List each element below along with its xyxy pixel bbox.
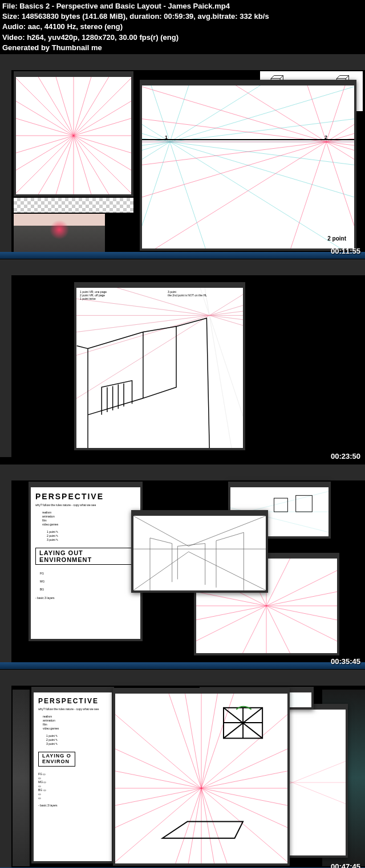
perspective-lines-icon xyxy=(142,85,354,248)
canvas xyxy=(133,516,266,590)
reference-photo xyxy=(14,214,105,254)
street-sketch xyxy=(133,516,266,590)
heading-laying-out: LAYING OUT ENVIRONMENT xyxy=(35,548,136,565)
app-menubar xyxy=(0,259,365,275)
svg-line-29 xyxy=(270,85,354,248)
video-line: Video: h264, yuv420p, 1280x720, 30.00 fp… xyxy=(2,32,363,43)
app-menubar xyxy=(0,464,365,480)
note-reasons: realism animation film video games xyxy=(42,511,136,527)
canvas: 1 point VR; one page 2 point VR; off pag… xyxy=(76,288,243,448)
thumbnail-frame: 1 2 2 point 00:11:55 xyxy=(0,54,365,259)
svg-line-25 xyxy=(142,85,354,209)
note-points: 1 point ✎ 2 point ✎ 3 point ✎ xyxy=(47,530,136,542)
note-reasons: realism animation film video games xyxy=(43,715,107,731)
heading-perspective: PERSPECTIVE xyxy=(35,492,136,501)
vp-label: 1 xyxy=(165,135,168,140)
generator-line: Generated by Thumbnail me xyxy=(2,43,363,53)
heading-laying-out: LAYING OENVIRON xyxy=(38,752,75,767)
hint-text: 1 point VR; one page 2 point VR; off pag… xyxy=(80,290,107,300)
document-window xyxy=(279,704,348,858)
timestamp: 00:47:45 xyxy=(331,862,360,868)
note-points: 1 point ✎ 2 point ✎ 3 point ✎ xyxy=(46,734,107,746)
os-taskbar xyxy=(0,252,365,259)
thumbnail-frame: PERSPECTIVE why? follow the rules nature… xyxy=(0,464,365,670)
vp-label: 2 xyxy=(325,135,327,140)
thumbnail-frame: 1 point VR; one page 2 point VR; off pag… xyxy=(0,259,365,464)
document-window xyxy=(131,510,268,593)
app-toolbar xyxy=(0,275,11,457)
notes-window: PERSPECTIVE why? follow the rules nature… xyxy=(29,482,143,641)
note-basic-layers: - basic 3 layers xyxy=(35,596,136,600)
perspective-lines-icon xyxy=(16,77,131,194)
canvas xyxy=(16,77,131,194)
canvas xyxy=(115,694,287,863)
timestamp: 00:11:55 xyxy=(331,247,360,255)
timestamp: 00:35:45 xyxy=(331,657,360,666)
canvas: 1 2 2 point xyxy=(142,85,354,248)
thumbnail-frame: PERSPECTIVE why? follow the rules nature… xyxy=(0,670,365,868)
heading-perspective: PERSPECTIVE xyxy=(38,697,107,705)
label-2point: 2 point xyxy=(327,235,346,242)
size-line: Size: 148563830 bytes (141.68 MiB), dura… xyxy=(2,11,363,22)
app-menubar xyxy=(0,670,365,686)
notes-canvas: PERSPECTIVE why? follow the rules nature… xyxy=(31,487,140,639)
canvas xyxy=(282,710,346,855)
svg-line-26 xyxy=(142,85,354,248)
svg-rect-51 xyxy=(274,498,287,512)
document-window: 1 2 2 point xyxy=(140,80,356,251)
file-line: File: Basics 2 - Perspective and Basic L… xyxy=(2,1,363,11)
svg-line-27 xyxy=(142,85,354,248)
audio-line: Audio: aac, 44100 Hz, stereo (eng) xyxy=(2,22,363,32)
app-toolbar xyxy=(0,686,11,867)
svg-rect-52 xyxy=(296,495,313,512)
document-window xyxy=(113,688,290,866)
horizon-line xyxy=(142,139,354,140)
app-toolbar xyxy=(0,480,11,662)
note-why: why? follow the rules nature - copy what… xyxy=(35,503,136,507)
notes-window: PERSPECTIVE why? follow the rules nature… xyxy=(31,687,114,863)
note-layers: FG ▭▭MG ▭▭BG ▭▭▭ xyxy=(38,772,107,800)
buildings-sketch xyxy=(76,288,243,448)
note-basic-layers: - basic 3 layers xyxy=(38,804,107,808)
svg-line-24 xyxy=(142,85,354,209)
document-window xyxy=(14,71,133,197)
timestamp: 00:23:50 xyxy=(331,452,360,461)
perspective-lines-icon xyxy=(282,710,346,855)
metadata-header: File: Basics 2 - Perspective and Basic L… xyxy=(0,0,365,54)
note-why: why? follow the rules nature - copy what… xyxy=(38,707,107,711)
dark-panel xyxy=(13,690,30,866)
app-menubar xyxy=(0,54,365,70)
hint-text: 3 point the 2nd point is NOT on the HL xyxy=(168,290,207,297)
note-layers: FG MG BG xyxy=(40,572,136,592)
app-toolbar xyxy=(0,70,11,252)
thumbnail-grid: 1 2 2 point 00:11:55 xyxy=(0,54,365,868)
os-taskbar xyxy=(0,662,365,669)
document-window: 1 point VR; one page 2 point VR; off pag… xyxy=(74,282,245,450)
transparency-checker xyxy=(14,198,133,213)
shape-overlay xyxy=(115,694,287,863)
svg-line-28 xyxy=(270,85,354,248)
notes-canvas: PERSPECTIVE why? follow the rules nature… xyxy=(34,692,112,861)
